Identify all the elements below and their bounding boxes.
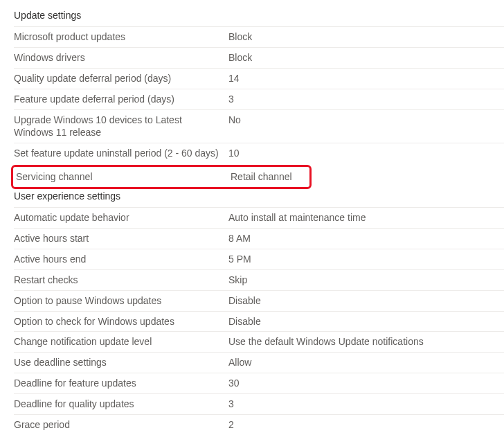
setting-value: Retail channel	[231, 170, 307, 184]
setting-label: Option to pause Windows updates	[14, 294, 228, 308]
section-header-user-experience-settings: User experience settings	[14, 190, 504, 202]
setting-row: Set feature update uninstall period (2 -…	[14, 143, 504, 163]
setting-row: Microsoft product updates Block	[14, 26, 504, 47]
setting-row: Upgrade Windows 10 devices to Latest Win…	[14, 109, 504, 143]
setting-label: Automatic update behavior	[14, 211, 228, 224]
setting-row: Deadline for feature updates 30	[14, 373, 504, 393]
setting-value: Block	[228, 30, 504, 44]
setting-value: 30	[228, 377, 504, 390]
setting-label: Restart checks	[14, 274, 228, 287]
setting-label: Feature update deferral period (days)	[14, 93, 228, 106]
setting-value: 14	[228, 72, 504, 85]
setting-row: Restart checks Skip	[14, 269, 504, 290]
setting-label: Use deadline settings	[14, 356, 228, 369]
setting-value: Use the default Windows Update notificat…	[228, 335, 504, 348]
setting-row: Active hours start 8 AM	[14, 228, 504, 249]
setting-row: Grace period 2	[14, 414, 504, 435]
setting-row: Windows drivers Block	[14, 47, 504, 68]
setting-label: Set feature update uninstall period (2 -…	[14, 147, 228, 160]
setting-row: Use deadline settings Allow	[14, 352, 504, 373]
setting-row: Servicing channel Retail channel	[15, 168, 307, 186]
setting-value: Allow	[228, 356, 504, 369]
setting-value: No	[228, 114, 504, 127]
setting-value: 10	[228, 147, 504, 160]
setting-value: Block	[228, 51, 504, 64]
setting-value: Disable	[228, 315, 504, 328]
setting-row: Option to check for Windows updates Disa…	[14, 311, 504, 332]
setting-value: 2	[228, 418, 504, 432]
setting-row: Automatic update behavior Auto install a…	[14, 207, 504, 228]
setting-label: Active hours end	[14, 253, 228, 266]
setting-label: Microsoft product updates	[14, 30, 228, 44]
setting-label: Windows drivers	[14, 51, 228, 64]
setting-row: Option to pause Windows updates Disable	[14, 290, 504, 311]
setting-label: Change notification update level	[14, 335, 228, 348]
setting-row: Feature update deferral period (days) 3	[14, 89, 504, 109]
setting-label: Servicing channel	[16, 170, 231, 184]
setting-value: 5 PM	[228, 253, 504, 266]
setting-row: Quality update deferral period (days) 14	[14, 68, 504, 89]
setting-row: Deadline for quality updates 3	[14, 393, 504, 414]
setting-label: Grace period	[14, 418, 228, 432]
setting-label: Active hours start	[14, 232, 228, 245]
section-header-update-settings: Update settings	[14, 10, 504, 21]
setting-row: Change notification update level Use the…	[14, 331, 504, 352]
setting-row: Active hours end 5 PM	[14, 249, 504, 269]
setting-value: Skip	[228, 274, 504, 287]
highlighted-setting-row: Servicing channel Retail channel	[11, 165, 312, 189]
setting-value: Auto install at maintenance time	[228, 211, 504, 224]
setting-value: 8 AM	[228, 232, 504, 245]
setting-label: Option to check for Windows updates	[14, 315, 228, 328]
setting-value: Disable	[228, 294, 504, 308]
setting-value: 3	[228, 93, 504, 106]
setting-label: Upgrade Windows 10 devices to Latest Win…	[14, 114, 228, 140]
setting-label: Deadline for quality updates	[14, 398, 228, 411]
setting-value: 3	[228, 398, 504, 411]
setting-label: Quality update deferral period (days)	[14, 72, 228, 85]
setting-label: Deadline for feature updates	[14, 377, 228, 390]
